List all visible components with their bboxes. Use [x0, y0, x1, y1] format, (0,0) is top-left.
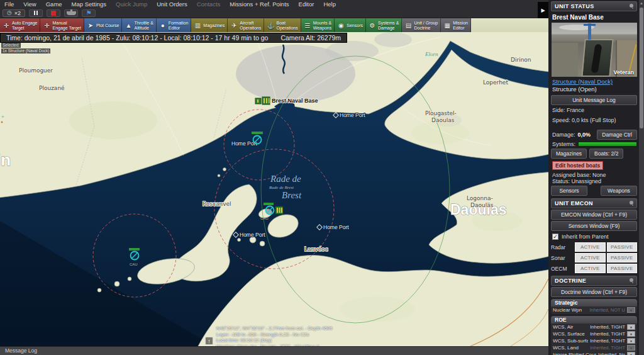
unit-message-log-button[interactable]: Unit Message Log	[551, 95, 637, 105]
damage-value: 0,0%	[578, 132, 591, 138]
scrollbar-thumb[interactable]	[640, 8, 643, 128]
dropdown-icon[interactable]: ▼	[627, 345, 635, 351]
town-plougastel-1: Plougastel-	[425, 110, 457, 116]
emcon-window-button[interactable]: EMCON Window (Ctrl + F9)	[551, 210, 637, 220]
edit-hosted-boats-button[interactable]: Edit hosted boats	[552, 161, 603, 170]
inherit-label: Inherit from Parent	[562, 234, 609, 240]
systems-damage-button[interactable]: ⚙ Systems &Damage	[366, 18, 402, 32]
sonar-active-button[interactable]: ACTIVE	[575, 253, 606, 262]
app-window: File View Game Map Settings Quick Jump U…	[0, 0, 644, 355]
doctrine-row: Ignore Plotted Course Inherited, No ▼	[551, 351, 637, 355]
auto-engage-icon: ✛	[3, 22, 10, 29]
magazines-button[interactable]: ▥ Magazines	[191, 18, 228, 32]
camera-follow-icon[interactable]: ↑	[205, 337, 213, 345]
dropdown-icon[interactable]: ▼	[627, 324, 635, 330]
doctrine-icon: ▤	[404, 22, 412, 29]
speed-label: Speed: 0,0 kts (Full Stop)	[551, 117, 637, 123]
home-port-label-3: Home Port	[323, 224, 349, 230]
manual-engage-target-button[interactable]: ✛ ManualEngage Target	[40, 18, 84, 32]
pin-icon[interactable]	[630, 4, 633, 8]
expand-arrow-icon: ▶	[541, 8, 545, 13]
unit-status-header[interactable]: UNIT STATUS	[551, 1, 637, 11]
oecm-passive-button[interactable]: PASSIVE	[607, 264, 638, 273]
weapons-panel-button[interactable]: Weapons	[601, 186, 637, 196]
unit-group-doctrine-button[interactable]: ▤ Unit / GroupDoctrine	[402, 18, 441, 32]
doctrine-header[interactable]: DOCTRINE	[551, 276, 637, 286]
map-canvas[interactable]: + Daoulas in Ploumoguer Plouzané Roscanv…	[0, 32, 548, 346]
assigned-base-label: Assigned base: None	[551, 172, 637, 178]
dropdown-icon[interactable]: ▼	[627, 331, 635, 337]
pause-button[interactable]	[29, 9, 43, 17]
mounts-icon: ☰	[304, 22, 311, 29]
menu-missions-ref-points[interactable]: Missions + Ref. Points	[230, 1, 289, 8]
menu-game[interactable]: Game	[46, 1, 62, 8]
menu-editor[interactable]: Editor	[299, 1, 314, 8]
radar-label: Radar	[551, 244, 574, 251]
toolbar-map-gap	[471, 18, 548, 32]
menu-map-settings[interactable]: Map Settings	[72, 1, 106, 8]
sensors-button[interactable]: ◉ Sensors	[335, 18, 366, 32]
sensors-window-button[interactable]: Sensors Window (F9)	[551, 221, 637, 231]
dropdown-icon[interactable]: ▼	[627, 352, 635, 355]
panel-scrollbar[interactable]: ▲	[639, 0, 644, 355]
dropdown-icon[interactable]: ▼	[627, 338, 635, 344]
radar-active-button[interactable]: ACTIVE	[575, 242, 606, 252]
boat-operations-button[interactable]: ⚓ BoatOperations	[264, 18, 301, 32]
selected-info: Selected: 1x Structure (Naval Dock)	[1, 43, 50, 54]
message-log-bar[interactable]: Message Log	[0, 346, 548, 355]
unit-class-link[interactable]: Structure (Naval Dock)	[551, 77, 637, 85]
time-compression-control[interactable]: ◷ ×2	[3, 9, 25, 17]
clock-icon: ◷	[7, 10, 12, 16]
auto-engage-target-button[interactable]: ✛ Auto EngageTarget	[0, 18, 40, 32]
mounts-weapons-button[interactable]: ☰ Mounts &Weapons	[301, 18, 335, 32]
magazines-panel-button[interactable]: Magazines	[551, 149, 587, 159]
unit-selected-home-port[interactable]	[252, 132, 263, 144]
doctrine-window-button[interactable]: Doctrine Window (Ctrl + F9)	[551, 287, 637, 297]
pin-icon[interactable]	[630, 201, 633, 205]
systems-health-bar	[578, 142, 637, 147]
menu-unit-orders[interactable]: Unit Orders	[157, 1, 187, 8]
town-dirinon: Dirinon	[511, 57, 531, 63]
control-bar: ◷ ×2 ⚑	[0, 8, 548, 18]
menu-file[interactable]: File	[4, 1, 14, 8]
aircraft-operations-button[interactable]: ✈ AircraftOperations	[228, 18, 264, 32]
flag-button[interactable]: ⚑	[82, 9, 96, 17]
inherit-checkbox[interactable]: ✓	[552, 234, 558, 240]
ship-view-button[interactable]	[64, 9, 78, 17]
boat-icon: ⚓	[267, 22, 274, 29]
mission-editor-icon: ▦	[443, 22, 451, 29]
manual-engage-icon: ✛	[43, 22, 50, 29]
menu-help[interactable]: Help	[323, 1, 336, 8]
sensors-panel-button[interactable]: Sensors	[551, 186, 587, 196]
doctrine-row: WCS, Air Inherited, TIGHT ▼	[551, 324, 637, 330]
scroll-up-arrow[interactable]: ▲	[639, 0, 644, 6]
sonar-passive-button[interactable]: PASSIVE	[607, 253, 638, 262]
damage-ctrl-button[interactable]: Damage Ctrl	[597, 130, 637, 140]
time-status-bar: Time: domingo, 21 de abril de 1985 - Zul…	[0, 33, 347, 43]
elorn-river-label: Elorn	[425, 51, 438, 57]
menu-contacts: Contacts	[197, 1, 221, 8]
magazines-icon: ▥	[194, 22, 201, 29]
plot-course-button[interactable]: ➤ Plot Course	[84, 18, 123, 32]
panel-expand-button[interactable]: ▶	[538, 2, 548, 18]
brest-naval-base-facility[interactable]	[255, 97, 270, 104]
oecm-active-button[interactable]: ACTIVE	[575, 264, 606, 273]
pin-icon[interactable]	[630, 278, 633, 282]
home-port-label-4: Home Port	[240, 232, 265, 238]
camera-altitude: Camera Alt: 26279m	[280, 34, 341, 42]
cursor-position-line: N48°20'12", W4°30'10" - 2,77nm from sel.…	[216, 325, 333, 332]
radar-passive-button[interactable]: PASSIVE	[607, 242, 638, 252]
formation-editor-button[interactable]: ● FormationEditor	[157, 18, 192, 32]
throttle-altitude-button[interactable]: ▲ Throttle &Altitude	[122, 18, 156, 32]
plot-course-icon: ➤	[87, 22, 94, 29]
stop-button[interactable]	[47, 9, 60, 17]
mission-editor-button[interactable]: ▦ MissionEditor	[441, 18, 471, 32]
unit-emcon-header[interactable]: UNIT EMCON	[551, 198, 637, 208]
experience-badge: Veteran	[613, 69, 634, 76]
map-svg: + Daoulas in Ploumoguer Plouzané Roscanv…	[0, 32, 548, 346]
dropdown-icon[interactable]: ▼	[627, 307, 635, 313]
pause-icon	[34, 11, 38, 15]
menu-view[interactable]: View	[23, 1, 36, 8]
boats-panel-button[interactable]: Boats: 2/2	[589, 149, 623, 159]
menu-quick-jump: Quick Jump	[116, 1, 147, 8]
